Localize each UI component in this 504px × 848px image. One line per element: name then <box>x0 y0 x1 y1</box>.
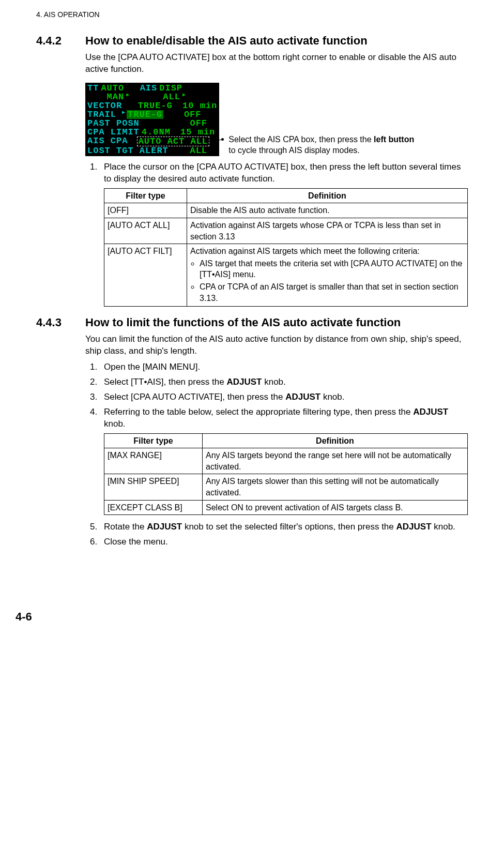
step-item: Open the [MAIN MENU]. <box>100 361 468 373</box>
table-header: Filter type <box>104 433 203 448</box>
table-row: [MAX RANGE] Any AIS targets beyond the r… <box>104 448 468 474</box>
panel-text: CPA LIMIT <box>86 128 141 137</box>
table-cell: [AUTO ACT ALL] <box>104 218 187 244</box>
step-item: Select [TT•AIS], then press the ADJUST k… <box>100 376 468 388</box>
table-cell: Disable the AIS auto activate function. <box>187 203 468 218</box>
panel-highlight: TRUE-G <box>127 110 163 119</box>
panel-text <box>125 84 139 93</box>
step-item: Select [CPA AUTO ACTIVATE], then press t… <box>100 391 468 403</box>
step-text: Select [TT•AIS], then press the <box>104 377 226 387</box>
step-text: knob. <box>104 419 126 429</box>
panel-text <box>123 101 136 110</box>
step-item: Close the menu. <box>100 536 468 548</box>
table-cell: Activation against AIS targets which mee… <box>187 244 468 307</box>
section-title: How to enable/disable the AIS auto activ… <box>85 34 368 48</box>
panel-text: PAST POSN <box>86 119 141 128</box>
panel-text: 15 min <box>179 128 216 137</box>
table-cell: Any AIS targets slower than this setting… <box>203 474 468 500</box>
panel-text: TRAIL <box>86 110 117 119</box>
table-row: [OFF] Disable the AIS auto activate func… <box>104 203 468 218</box>
ais-panel-mock: TT AUTO AIS DISP MAN ▶ ALL ▶ VECTOR <box>85 83 219 156</box>
step-item: Place the cursor on the [CPA AUTO ACTIVA… <box>100 161 468 307</box>
panel-selected-box: AUTO ACT ALL <box>137 137 209 146</box>
step-bold: ADJUST <box>285 392 320 402</box>
step-bold: ADJUST <box>396 522 432 532</box>
panel-text: AIS CPA <box>86 137 129 146</box>
section-number: 4.4.2 <box>36 34 85 48</box>
panel-text: LOST TGT ALERT <box>86 146 170 155</box>
table-cell: [MIN SHIP SPEED] <box>104 474 203 500</box>
panel-text: 10 min <box>181 101 218 110</box>
steps-442: Place the cursor on the [CPA AUTO ACTIVA… <box>85 161 468 307</box>
list-item: CPA or TCPA of an AIS target is smaller … <box>200 281 464 304</box>
table-header: Filter type <box>104 188 187 203</box>
panel-text <box>163 110 183 119</box>
table-cell: Activation against AIS targets whose CPA… <box>187 218 468 244</box>
filter-table-443: Filter type Definition [MAX RANGE] Any A… <box>104 433 468 516</box>
step-text: Select [CPA AUTO ACTIVATE], then press t… <box>104 392 285 402</box>
panel-text: DISP <box>158 84 184 93</box>
panel-text: OFF <box>189 119 208 128</box>
steps-443: Open the [MAIN MENU]. Select [TT•AIS], t… <box>85 361 468 548</box>
step-text: Referring to the table below, select the… <box>104 407 413 417</box>
table-header: Definition <box>203 433 468 448</box>
triangle-icon: ▶ <box>117 110 127 119</box>
table-cell: [AUTO ACT FILT] <box>104 244 187 307</box>
step-bold: ADJUST <box>413 407 448 417</box>
table-row: Filter type Definition <box>104 433 468 448</box>
panel-text: ALL <box>189 146 208 155</box>
step-item: Referring to the table below, select the… <box>100 406 468 515</box>
panel-text <box>170 146 189 155</box>
section-443-intro: You can limit the function of the AIS au… <box>85 334 468 357</box>
callout-dot-icon <box>221 138 224 141</box>
table-row: [AUTO ACT ALL] Activation against AIS ta… <box>104 218 468 244</box>
triangle-icon: ▶ <box>181 93 187 101</box>
step-text: Place the cursor on the [CPA AUTO ACTIVA… <box>104 162 461 184</box>
panel-text: ALL <box>162 93 181 101</box>
panel-text: MAN <box>106 93 126 101</box>
table-row: [AUTO ACT FILT] Activation against AIS t… <box>104 244 468 307</box>
panel-text <box>86 93 106 101</box>
callout-text-post: to cycle through AIS display modes. <box>228 146 359 155</box>
callout-line <box>205 140 222 140</box>
section-443-heading: 4.4.3 How to limit the functions of the … <box>36 316 468 329</box>
page-number: 4-6 <box>16 610 468 624</box>
table-row: [EXCEPT CLASS B] Select ON to prevent ac… <box>104 500 468 515</box>
list-item: AIS target that meets the criteria set w… <box>200 258 464 280</box>
panel-text: OFF <box>183 110 203 119</box>
section-442-heading: 4.4.2 How to enable/disable the AIS auto… <box>36 34 468 48</box>
callout-text-bold: left button <box>374 135 414 144</box>
panel-text <box>141 119 189 128</box>
section-number: 4.4.3 <box>36 316 85 329</box>
panel-text: 4.0NM <box>141 128 172 137</box>
panel-text: AIS <box>139 84 159 93</box>
cell-sublist: AIS target that meets the criteria set w… <box>190 258 464 304</box>
panel-text <box>129 137 136 146</box>
section-title: How to limit the functions of the AIS au… <box>85 316 401 329</box>
step-bold: ADJUST <box>147 522 182 532</box>
step-text: knob. <box>262 377 285 387</box>
filter-table-442: Filter type Definition [OFF] Disable the… <box>104 188 468 307</box>
step-text: Rotate the <box>104 522 147 532</box>
figure-callout: Select the AIS CPA box, then press the l… <box>228 134 415 156</box>
step-item: Rotate the ADJUST knob to set the select… <box>100 521 468 533</box>
panel-text <box>172 128 179 137</box>
callout-text-pre: Select the AIS CPA box, then press the <box>228 135 374 144</box>
table-row: Filter type Definition <box>104 188 468 203</box>
table-cell: Any AIS targets beyond the range set her… <box>203 448 468 474</box>
table-cell: [OFF] <box>104 203 187 218</box>
panel-text: AUTO <box>100 84 125 93</box>
table-header: Definition <box>187 188 468 203</box>
cell-lead: Activation against AIS targets which mee… <box>190 247 420 255</box>
table-cell: Select ON to prevent activation of AIS t… <box>203 500 468 515</box>
panel-text: TT <box>86 84 100 93</box>
panel-text <box>174 101 181 110</box>
step-text: knob to set the selected filter's option… <box>182 522 396 532</box>
table-row: [MIN SHIP SPEED] Any AIS targets slower … <box>104 474 468 500</box>
chapter-header: 4. AIS OPERATION <box>36 10 468 19</box>
panel-text: VECTOR <box>86 101 123 110</box>
section-442-intro: Use the [CPA AUTO ACTIVATE] box at the b… <box>85 52 468 75</box>
step-bold: ADJUST <box>226 377 262 387</box>
figure-row: TT AUTO AIS DISP MAN ▶ ALL ▶ VECTOR <box>85 83 468 156</box>
table-cell: [EXCEPT CLASS B] <box>104 500 203 515</box>
